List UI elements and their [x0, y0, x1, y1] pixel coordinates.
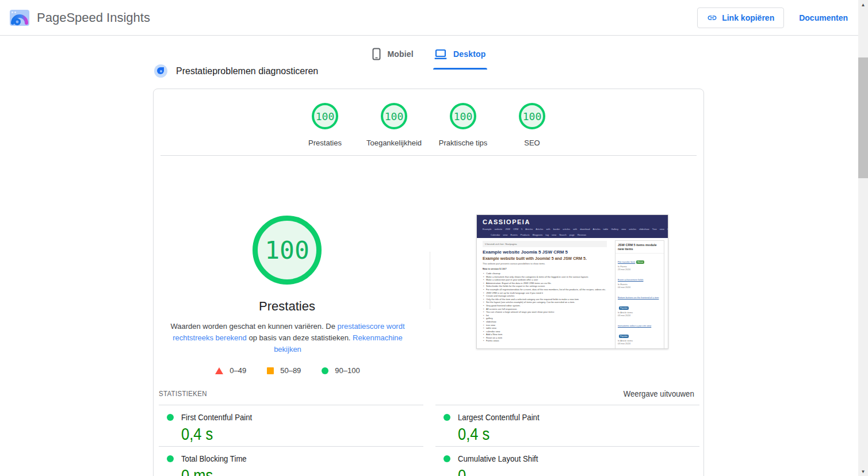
- metric-label: Cumulative Layout Shift: [458, 454, 538, 463]
- legend-range: 50–89: [280, 366, 301, 375]
- thumb-bullet-list: Code cleanupMake a menuitem that only sh…: [483, 272, 610, 343]
- thumb-sidebar-title: JSW CRM 5 items module new items: [615, 241, 664, 254]
- link-icon: [707, 13, 717, 23]
- scrollbar[interactable]: ▲ ▼: [858, 0, 868, 476]
- score-circle: 100: [519, 103, 545, 129]
- metric-status-good-icon: [443, 414, 450, 421]
- metric-label: Total Blocking Time: [181, 454, 247, 463]
- thumb-sidebar-item: Event achievement fieldsIn Events04 mei …: [615, 271, 664, 289]
- score-legend: 0–49 50–89 90–100: [160, 366, 415, 375]
- thumb-site-title: CASSIOPEIA: [483, 218, 662, 225]
- page-screenshot-thumbnail[interactable]: CASSIOPEIA Example website JSW CRM 5 Art…: [476, 214, 668, 349]
- score-circle: 100: [312, 103, 338, 129]
- metric-status-good-icon: [167, 455, 174, 462]
- metric-value: 0 ms: [181, 466, 213, 476]
- copy-link-button[interactable]: Link kopiëren: [697, 7, 784, 28]
- score-label: Toegankelijkheid: [366, 139, 422, 147]
- phone-icon: [372, 48, 381, 60]
- tab-desktop[interactable]: Desktop: [433, 43, 487, 70]
- legend-item-good: 90–100: [322, 366, 360, 375]
- app-header: PageSpeed Insights Link kopiëren Documen…: [0, 0, 858, 36]
- scroll-down-icon[interactable]: ▼: [858, 467, 868, 476]
- device-tabs: Mobiel Desktop: [0, 43, 858, 70]
- thumb-heading2: Example website built with Joomla! 5 and…: [483, 256, 610, 260]
- thumb-sidebar-item: File transfer formNieuwIn Forms23 mei 20…: [615, 254, 664, 271]
- description-text: Waarden worden geschat en kunnen variëre…: [170, 322, 337, 331]
- pagespeed-logo[interactable]: PageSpeed Insights: [9, 9, 150, 26]
- tab-mobile-label: Mobiel: [387, 49, 414, 59]
- thumb-main-column: Example website Joomla 5 JSW CRM 5 Examp…: [483, 249, 610, 343]
- description-text: op basis van deze statistieken.: [247, 333, 353, 342]
- thumb-breadcrumb: U bevindt zich hier: Startpagina: [483, 241, 607, 247]
- thumb-subhead: New in version 5.1.8.7: [483, 267, 610, 270]
- metric-fcp: First Contentful Paint 0,4 s: [159, 405, 423, 446]
- metric-label: First Contentful Paint: [181, 412, 252, 422]
- thumb-bullet: Forms views: [483, 339, 610, 343]
- header-actions: Link kopiëren Documenten: [697, 7, 848, 28]
- green-circle-icon: [322, 367, 328, 374]
- thumb-nav-row2: Calendar view Events Products Blogposts …: [491, 233, 662, 237]
- metric-lcp: Largest Contentful Paint 0,4 s: [435, 405, 700, 446]
- thumb-sidebar-item: Bottom buttons on the frontend of a item…: [615, 289, 664, 317]
- score-circle: 100: [381, 103, 407, 129]
- metric-value: 0: [458, 466, 466, 476]
- thumb-sidebar-list: File transfer formNieuwIn Forms23 mei 20…: [615, 254, 664, 349]
- legend-item-poor: 0–49: [215, 366, 246, 375]
- red-triangle-icon: [215, 367, 223, 374]
- metrics-section-title: STATISTIEKEN: [159, 389, 207, 398]
- score-item-accessibility[interactable]: 100 Toegankelijkheid: [360, 103, 429, 147]
- thumb-sidebar: JSW CRM 5 items module new items File tr…: [615, 240, 664, 349]
- score-item-performance[interactable]: 100 Prestaties: [290, 103, 360, 147]
- score-description: Waarden worden geschat en kunnen variëre…: [160, 321, 415, 355]
- tab-mobile[interactable]: Mobiel: [371, 43, 415, 70]
- expand-view-toggle[interactable]: Weergave uitvouwen: [614, 389, 694, 398]
- metric-value: 0,4 s: [458, 425, 490, 444]
- metrics-header-row: STATISTIEKEN Weergave uitvouwen: [159, 389, 694, 398]
- score-label: SEO: [524, 139, 540, 147]
- diagnose-compass-icon: [154, 64, 167, 78]
- column-divider: [430, 252, 430, 309]
- score-circle: 100: [450, 103, 476, 129]
- score-item-best-practices[interactable]: 100 Praktische tips: [429, 103, 498, 147]
- thumb-nav-row1: Example website JSW CRM 5 Articles Artic…: [483, 228, 662, 231]
- pagespeed-logo-icon: [9, 9, 30, 26]
- metrics-grid: First Contentful Paint 0,4 s Largest Con…: [159, 405, 699, 476]
- metric-status-good-icon: [443, 455, 450, 462]
- scroll-up-icon[interactable]: ▲: [858, 0, 868, 9]
- score-label: Praktische tips: [439, 139, 488, 147]
- gauge-title: Prestaties: [172, 299, 402, 314]
- copy-link-label: Link kopiëren: [722, 13, 774, 22]
- laptop-icon: [434, 49, 447, 60]
- category-scores: 100 Prestaties 100 Toegankelijkheid 100 …: [154, 103, 703, 147]
- metric-tbt: Total Blocking Time 0 ms: [159, 446, 423, 476]
- metric-cls: Cumulative Layout Shift 0: [435, 446, 700, 476]
- card-divider: [160, 155, 697, 156]
- scrollbar-thumb[interactable]: [858, 57, 868, 178]
- report-card: 100 Prestaties 100 Toegankelijkheid 100 …: [153, 89, 704, 476]
- score-label: Prestaties: [308, 139, 342, 147]
- orange-square-icon: [267, 367, 274, 374]
- thumb-intro: This website part presents various possi…: [483, 262, 610, 265]
- thumb-sidebar-item: menuitems select a jsw crm viewPopulairI…: [615, 317, 664, 346]
- score-item-seo[interactable]: 100 SEO: [498, 103, 567, 147]
- tab-desktop-label: Desktop: [453, 49, 486, 59]
- metric-status-good-icon: [167, 414, 174, 421]
- app-title: PageSpeed Insights: [37, 10, 150, 25]
- documentation-link[interactable]: Documenten: [799, 13, 848, 22]
- metric-value: 0,4 s: [181, 425, 213, 444]
- thumb-site-header: CASSIOPEIA Example website JSW CRM 5 Art…: [477, 215, 668, 238]
- thumb-sidebar-item: New member form exampleIn Forms03 mei 20…: [615, 346, 664, 349]
- diagnose-title: Prestatieproblemen diagnosticeren: [176, 66, 318, 76]
- diagnose-heading-row: Prestatieproblemen diagnosticeren: [154, 64, 318, 78]
- main-content: Mobiel Desktop Prestatieproblemen diagno…: [0, 36, 858, 476]
- performance-gauge: 100: [253, 216, 322, 285]
- legend-item-average: 50–89: [267, 366, 301, 375]
- thumb-heading1: Example website Joomla 5 JSW CRM 5: [483, 249, 610, 255]
- thumb-sidebar-box-new: JSW CRM 5 items module new items File tr…: [615, 240, 664, 349]
- legend-range: 90–100: [335, 366, 360, 375]
- legend-range: 0–49: [230, 366, 246, 375]
- metric-label: Largest Contentful Paint: [458, 412, 540, 422]
